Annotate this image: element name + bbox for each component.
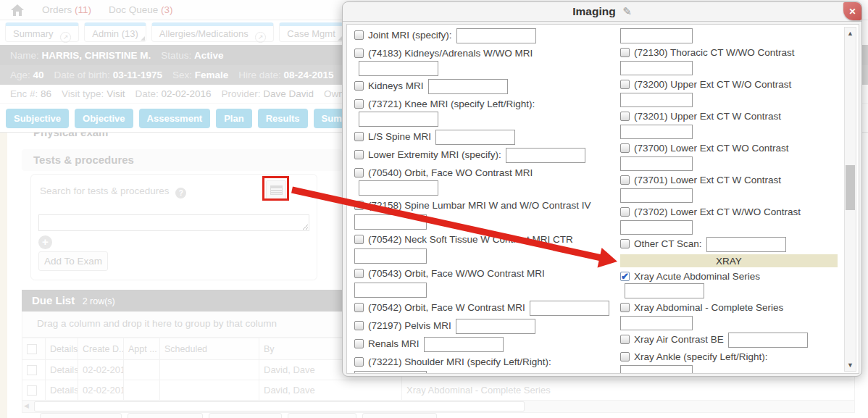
imaging-option: Xray Abdominal - Complete Series — [620, 301, 839, 330]
option-label: Xray Air Contrast BE — [634, 334, 724, 345]
option-label: (73200) Upper Ext CT W/O Contrast — [634, 79, 791, 90]
option-label: (73701) Lower Ext CT W Contrast — [634, 175, 781, 185]
ehr-app-window: Orders (11) Doc Queue (3) David, Dave - … — [0, 0, 868, 418]
scroll-up-icon[interactable]: ▲ — [845, 30, 856, 37]
option-text-input[interactable] — [354, 371, 427, 374]
option-text-input[interactable] — [620, 156, 693, 171]
option-text-input[interactable] — [435, 130, 515, 145]
option-text-input[interactable] — [456, 319, 535, 334]
option-checkbox[interactable] — [354, 339, 364, 348]
option-checkbox[interactable] — [620, 272, 630, 281]
option-checkbox[interactable] — [620, 352, 630, 361]
option-label: (73702) Lower Ext CT W/WO Contrast — [634, 206, 801, 217]
option-label: Lower Extremity MRI (specify): — [368, 149, 501, 160]
option-label: (72158) Spine Lumbar MRI W and W/O Contr… — [368, 200, 591, 211]
option-label: Other CT Scan: — [634, 238, 702, 249]
imaging-option: (70543) Orbit, Face W/WO Contrast MRI — [354, 267, 615, 298]
imaging-option: Other CT Scan: — [620, 237, 839, 252]
imaging-option: (70542) Neck Soft Tissue W Contrast MRI … — [354, 233, 615, 264]
option-text-input[interactable] — [625, 283, 704, 298]
imaging-option: (73201) Upper Ext CT W Contrast — [620, 109, 839, 139]
imaging-option: XRAY — [620, 254, 838, 267]
option-label: (72197) Pelvis MRI — [368, 320, 451, 331]
option-text-input[interactable] — [359, 112, 438, 127]
option-label: (70542) Neck Soft Tissue W Contrast MRI … — [368, 234, 573, 245]
option-checkbox[interactable] — [620, 175, 630, 185]
option-label: Joint MRI (specify): — [368, 30, 452, 41]
dialog-scrollbar[interactable]: ▲ ▼ — [844, 27, 856, 372]
option-checkbox[interactable] — [620, 207, 630, 217]
option-checkbox[interactable] — [354, 168, 364, 177]
option-text-input[interactable] — [620, 365, 693, 374]
dialog-titlebar[interactable]: Imaging ✎ — [343, 2, 861, 22]
option-checkbox[interactable] — [620, 239, 630, 248]
option-text-input[interactable] — [706, 237, 786, 252]
dialog-title: Imaging — [572, 5, 615, 17]
option-text-input[interactable] — [354, 283, 427, 298]
option-label: (73201) Upper Ext CT W Contrast — [634, 111, 781, 122]
option-text-input[interactable] — [620, 93, 693, 107]
option-checkbox[interactable] — [354, 30, 364, 40]
option-label: (73721) Knee MRI (specify Left/Right): — [368, 99, 535, 109]
imaging-option: (73200) Upper Ext CT W/O Contrast — [620, 78, 839, 107]
option-label: XRAY — [716, 256, 742, 267]
option-label: (70540) Orbit, Face WO Contrast MRI — [368, 167, 533, 178]
close-icon[interactable]: ✕ — [843, 2, 861, 20]
imaging-option: (73701) Lower Ext CT W Contrast — [620, 173, 839, 203]
scrollbar-thumb[interactable] — [846, 165, 855, 210]
option-checkbox[interactable] — [620, 80, 630, 89]
option-label: (73700) Lower Ext CT WO Contrast — [634, 143, 789, 154]
option-checkbox[interactable] — [354, 269, 364, 278]
scroll-down-icon[interactable]: ▼ — [845, 361, 856, 369]
option-checkbox[interactable] — [354, 357, 364, 367]
option-checkbox[interactable] — [620, 303, 630, 312]
option-checkbox[interactable] — [354, 201, 364, 210]
imaging-option: (72197) Pelvis MRI — [354, 319, 615, 334]
option-label: Xray Acute Abdominal Series — [634, 271, 760, 282]
option-label: (70543) Orbit, Face W/WO Contrast MRI — [368, 268, 545, 279]
option-checkbox[interactable] — [354, 235, 364, 244]
option-text-input[interactable] — [728, 333, 808, 348]
option-text-input[interactable] — [620, 28, 693, 43]
option-text-input[interactable] — [359, 61, 438, 76]
option-label: (72130) Thoracic CT W/WO Contrast — [634, 47, 795, 58]
imaging-right-column: (72130) Thoracic CT W/WO Contrast (73200… — [620, 28, 839, 374]
option-checkbox[interactable] — [354, 321, 364, 330]
option-checkbox[interactable] — [620, 112, 630, 121]
option-checkbox[interactable] — [620, 335, 630, 344]
option-checkbox[interactable] — [354, 49, 364, 58]
dialog-body: Joint MRI (specify): (74183) Kidneys/Adr… — [346, 24, 859, 374]
option-label: Xray Ankle (specify Left/Right): — [634, 351, 768, 362]
option-text-input[interactable] — [354, 248, 427, 264]
option-checkbox[interactable] — [354, 132, 364, 141]
option-checkbox[interactable] — [620, 48, 630, 57]
imaging-option: (73702) Lower Ext CT W/WO Contrast — [620, 205, 839, 235]
option-text-input[interactable] — [359, 180, 438, 196]
option-checkbox[interactable] — [354, 99, 364, 109]
option-text-input[interactable] — [456, 28, 536, 43]
imaging-option: Kidneys MRI — [354, 79, 615, 94]
option-checkbox[interactable] — [354, 81, 364, 91]
option-text-input[interactable] — [424, 337, 504, 352]
option-checkbox[interactable] — [354, 303, 364, 312]
option-label: Xray Abdominal - Complete Series — [634, 302, 783, 313]
option-text-input[interactable] — [428, 79, 508, 94]
option-checkbox[interactable] — [620, 143, 630, 153]
option-text-input[interactable] — [620, 188, 693, 203]
option-text-input[interactable] — [620, 125, 693, 139]
option-text-input[interactable] — [620, 220, 693, 235]
option-text-input[interactable] — [530, 301, 609, 316]
imaging-option: (74183) Kidneys/Adrenals W/WO MRI — [354, 46, 615, 76]
edit-pencil-icon[interactable]: ✎ — [622, 5, 632, 17]
option-text-input[interactable] — [354, 214, 427, 230]
imaging-left-column: Joint MRI (specify): (74183) Kidneys/Adr… — [354, 28, 615, 374]
imaging-option: Lower Extremity MRI (specify): — [354, 148, 615, 163]
option-label: (73221) Shoulder MRI (specify Left/Right… — [368, 356, 551, 367]
imaging-option: (72130) Thoracic CT W/WO Contrast — [620, 46, 839, 75]
option-text-input[interactable] — [506, 148, 585, 163]
option-label: Kidneys MRI — [368, 80, 424, 91]
option-checkbox[interactable] — [354, 150, 364, 159]
imaging-option: (73221) Shoulder MRI (specify Left/Right… — [354, 355, 615, 374]
option-text-input[interactable] — [620, 316, 693, 330]
option-text-input[interactable] — [620, 61, 693, 75]
